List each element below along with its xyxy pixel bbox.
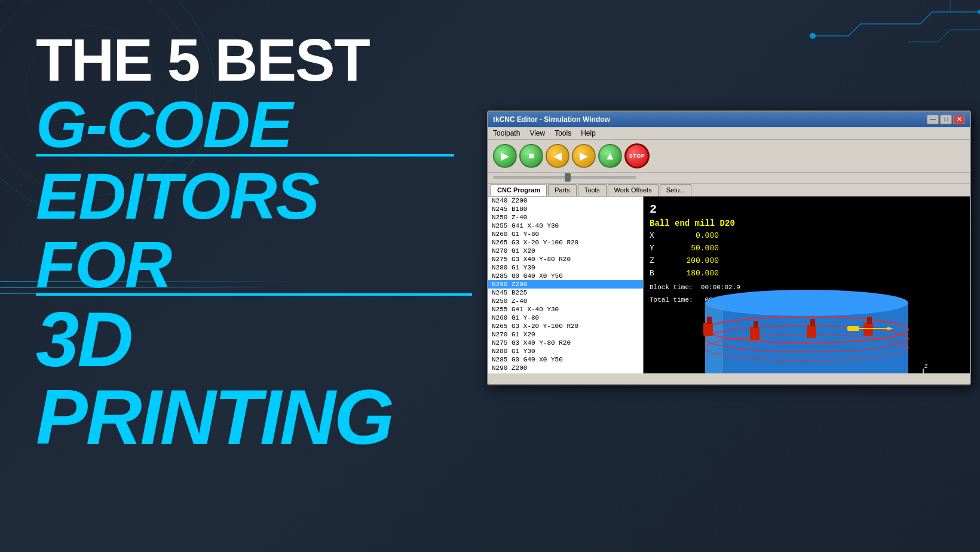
code-line-5[interactable]: N265 G3 X-20 Y-100 R20 (488, 238, 643, 247)
code-line-4[interactable]: N260 G1 Y-80 (488, 230, 643, 238)
svg-point-0 (810, 33, 816, 39)
play-button[interactable]: ▶ (493, 144, 517, 168)
code-line-7[interactable]: N275 G3 X40 Y-80 R20 (488, 255, 643, 263)
headline-line2: G-CODE (36, 90, 466, 159)
svg-rect-17 (867, 317, 872, 324)
minimize-button[interactable]: — (927, 115, 939, 124)
slider-thumb (565, 173, 571, 182)
x-label: X (650, 230, 662, 243)
headline-line1: THE 5 BEST (36, 30, 466, 90)
content-area: N240 Z200 N245 B180 N250 Z-40 N255 G41 X… (488, 197, 970, 373)
3d-scene-svg: X Z (660, 240, 953, 373)
tab-work-offsets[interactable]: Work Offsets (608, 184, 659, 196)
svg-rect-12 (750, 327, 760, 340)
progress-slider[interactable] (493, 176, 636, 179)
code-line-18[interactable]: N280 G1 Y30 (488, 347, 643, 355)
menu-toolpath[interactable]: Toolpath (493, 129, 520, 137)
play-icon: ▶ (501, 149, 509, 162)
code-line-15[interactable]: N265 G3 X-20 Y-100 R20 (488, 322, 643, 330)
code-line-16[interactable]: N270 G1 X20 (488, 330, 643, 339)
svg-rect-14 (807, 325, 816, 338)
code-line-1[interactable]: N245 B180 (488, 205, 643, 213)
headline-line4: 3D PRINTING (36, 300, 466, 456)
svg-rect-18 (847, 326, 859, 331)
z-label: Z (650, 255, 662, 268)
code-line-19[interactable]: N285 G0 G40 X0 Y50 (488, 355, 643, 364)
tab-cnc-program[interactable]: CNC Program (491, 184, 547, 196)
tab-bar: CNC Program Parts Tools Work Offsets Set… (488, 184, 970, 197)
stop-green-button[interactable]: ■ (519, 144, 543, 168)
simulation-panel: 2 Ball end mill D20 X 0.000 Y 50.000 Z 2… (644, 197, 970, 373)
svg-rect-11 (707, 317, 712, 324)
menu-help[interactable]: Help (581, 129, 596, 137)
menu-tools[interactable]: Tools (555, 129, 571, 137)
headline-line3: EDITORS FOR (36, 161, 466, 299)
tab-parts[interactable]: Parts (548, 184, 577, 196)
code-line-0[interactable]: N240 Z200 (488, 197, 643, 205)
close-button[interactable]: ✕ (953, 115, 965, 124)
toolbar: ▶ ■ ◀ ▶ ▲ STOP (488, 140, 970, 173)
tool-name: Ball end mill D20 (650, 217, 744, 230)
svg-rect-10 (703, 323, 713, 336)
svg-rect-6 (705, 303, 723, 373)
title-bar: tkCNC Editor - Simulation Window — □ ✕ (488, 112, 970, 127)
stop-square-icon: ■ (528, 151, 534, 161)
back-icon: ◀ (553, 149, 562, 162)
code-line-14[interactable]: N260 G1 Y-80 (488, 314, 643, 322)
menu-bar: Toolpath View Tools Help (488, 127, 970, 140)
title-bar-buttons: — □ ✕ (927, 115, 965, 124)
cnc-editor-window: tkCNC Editor - Simulation Window — □ ✕ T… (487, 111, 971, 385)
tab-setup[interactable]: Setu... (660, 184, 692, 196)
up-button[interactable]: ▲ (598, 144, 622, 168)
back-button[interactable]: ◀ (546, 144, 569, 168)
code-line-6[interactable]: N270 G1 X20 (488, 247, 643, 255)
stop-button[interactable]: STOP (624, 143, 650, 168)
code-line-12[interactable]: N250 Z-40 (488, 297, 643, 305)
code-line-8[interactable]: N280 G1 Y30 (488, 263, 643, 272)
circuit-decoration (801, 0, 980, 72)
tab-tools[interactable]: Tools (578, 184, 607, 196)
code-line-10-selected[interactable]: N290 Z200 (488, 280, 643, 289)
b-label: B (650, 268, 662, 280)
code-line-17[interactable]: N275 G3 X40 Y-80 R20 (488, 339, 643, 347)
svg-text:Z: Z (924, 363, 928, 369)
code-list[interactable]: N240 Z200 N245 B180 N250 Z-40 N255 G41 X… (488, 197, 644, 373)
menu-view[interactable]: View (529, 129, 545, 137)
svg-rect-15 (810, 319, 815, 326)
code-line-20[interactable]: N290 Z200 (488, 364, 643, 372)
svg-point-5 (705, 290, 908, 316)
code-line-9[interactable]: N285 G0 G40 X0 Y50 (488, 272, 643, 280)
svg-rect-13 (754, 321, 758, 328)
svg-point-1 (978, 10, 980, 14)
forward-button[interactable]: ▶ (572, 144, 596, 168)
y-label: Y (650, 243, 662, 255)
code-line-3[interactable]: N255 G41 X-40 Y30 (488, 222, 643, 230)
forward-icon: ▶ (580, 149, 588, 162)
main-text-block: THE 5 BEST G-CODE EDITORS FOR 3D PRINTIN… (36, 30, 466, 456)
slider-container (488, 173, 970, 184)
stop-label: STOP (629, 153, 645, 159)
code-line-11[interactable]: N245 B225 (488, 289, 643, 297)
tool-number: 2 (650, 203, 744, 217)
up-icon: ▲ (605, 150, 615, 162)
code-line-21[interactable]: N245 B270 (488, 372, 643, 373)
maximize-button[interactable]: □ (940, 115, 952, 124)
3d-scene: X Z (644, 280, 970, 367)
code-line-2[interactable]: N250 Z-40 (488, 213, 643, 222)
code-line-13[interactable]: N255 G41 X-40 Y30 (488, 305, 643, 314)
window-title: tkCNC Editor - Simulation Window (493, 115, 610, 124)
